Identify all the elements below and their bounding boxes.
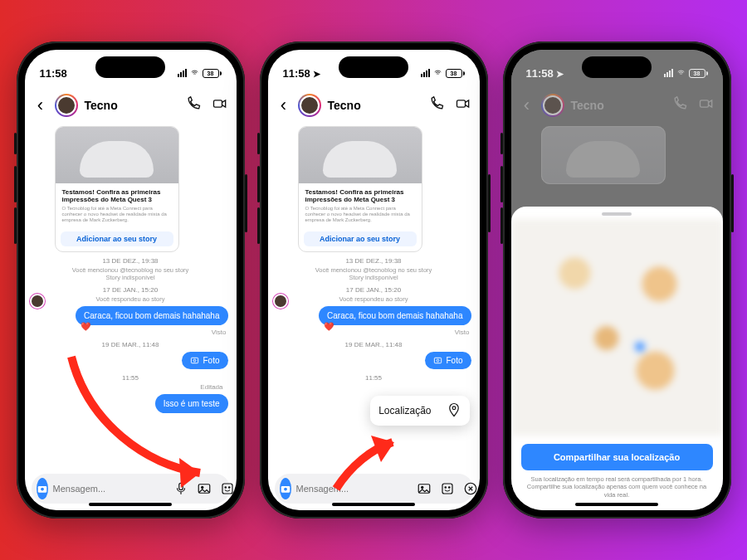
contact-name[interactable]: Tecno — [328, 99, 422, 112]
seen-indicator: Visto — [276, 329, 470, 336]
home-indicator[interactable] — [89, 503, 172, 506]
location-label: Localização — [378, 405, 431, 416]
share-location-button[interactable]: Compartilhar sua localização — [521, 444, 713, 470]
video-call-button[interactable] — [212, 95, 228, 116]
image-icon[interactable] — [196, 480, 212, 497]
battery-icon: 38 — [689, 69, 708, 78]
contact-name[interactable]: Tecno — [85, 99, 178, 112]
system-message: Você respondeu ao story — [276, 295, 471, 303]
video-call-button[interactable] — [455, 95, 471, 116]
svg-point-20 — [421, 486, 422, 488]
call-button — [671, 95, 688, 116]
timestamp: 19 DE MAR., 11:48 — [276, 341, 471, 348]
sticker-icon[interactable] — [439, 480, 456, 497]
call-button[interactable] — [185, 95, 202, 116]
dynamic-island — [95, 56, 165, 78]
story-subtext: O Tecnoblog foi até a Meta Connect para … — [305, 206, 415, 223]
wifi-icon — [189, 69, 200, 77]
image-icon[interactable] — [416, 480, 432, 497]
wifi-icon — [432, 69, 443, 77]
heart-reaction-icon[interactable]: ❤️ — [81, 322, 90, 331]
map-preview[interactable] — [511, 219, 723, 436]
system-message: Você mencionou @tecnoblog no seu story — [276, 266, 471, 274]
back-button[interactable]: ‹ — [33, 95, 48, 116]
timestamp: 17 DE JAN., 15:20 — [33, 286, 228, 294]
close-circle-icon[interactable] — [462, 480, 479, 497]
timestamp: 11:55 — [33, 374, 228, 382]
phone-mockup-3: 11:58 ➤ 38 ‹ Tecno Compartilh — [503, 41, 731, 519]
chat-header: ‹ Tecno — [268, 88, 480, 123]
avatar — [541, 94, 564, 117]
cellular-icon — [178, 69, 187, 77]
camera-button[interactable] — [37, 478, 48, 499]
system-message: Você mencionou @tecnoblog no seu story — [33, 266, 228, 274]
home-indicator[interactable] — [575, 503, 658, 506]
svg-point-18 — [284, 488, 287, 491]
back-button[interactable]: ‹ — [520, 95, 535, 116]
sent-message[interactable]: Caraca, ficou bom demais hahahaha — [76, 306, 227, 325]
avatar[interactable] — [298, 94, 321, 117]
story-subtext: O Tecnoblog foi até a Meta Connect para … — [62, 206, 172, 223]
dynamic-island — [339, 56, 408, 78]
message-composer — [32, 474, 230, 504]
location-services-icon: ➤ — [313, 69, 320, 79]
story-image — [299, 127, 422, 183]
camera-button[interactable] — [280, 478, 291, 499]
story-preview-card[interactable]: Testamos! Confira as primeiras impressõe… — [55, 126, 179, 252]
battery-icon: 38 — [446, 69, 465, 78]
svg-rect-1 — [192, 358, 198, 363]
svg-point-9 — [225, 487, 227, 489]
svg-rect-14 — [435, 358, 442, 363]
message-input[interactable] — [296, 484, 411, 494]
chat-body[interactable]: Testamos! Confira as primeiras impressõe… — [268, 123, 480, 467]
timestamp: 19 DE MAR., 11:48 — [33, 341, 228, 348]
location-option-popup[interactable]: Localização — [370, 396, 469, 426]
sent-message[interactable]: Isso é um teste — [155, 394, 228, 413]
status-time: 11:58 — [283, 67, 310, 80]
location-pin-icon — [447, 402, 461, 419]
svg-rect-5 — [178, 483, 183, 489]
svg-point-4 — [41, 488, 44, 491]
location-services-icon: ➤ — [556, 69, 564, 79]
svg-rect-13 — [456, 100, 465, 106]
svg-point-22 — [445, 487, 447, 489]
wifi-icon — [676, 69, 686, 77]
add-to-story-button[interactable]: Adicionar ao seu story — [304, 231, 417, 246]
sheet-grabber[interactable] — [602, 212, 632, 216]
sticker-icon[interactable] — [219, 480, 236, 497]
svg-point-10 — [228, 487, 230, 489]
chat-header: ‹ Tecno — [511, 88, 723, 123]
contact-name: Tecno — [571, 99, 665, 112]
edited-label: Editada — [33, 383, 223, 391]
timestamp: 13 DE DEZ., 19:38 — [276, 257, 471, 265]
share-location-sheet: Compartilhar sua localização Sua localiz… — [511, 207, 723, 510]
svg-rect-0 — [213, 100, 222, 106]
timestamp: 13 DE DEZ., 19:38 — [33, 257, 228, 265]
cellular-icon — [421, 69, 430, 77]
photo-message[interactable]: Foto — [182, 352, 227, 369]
photo-message[interactable]: Foto — [425, 352, 471, 369]
svg-point-15 — [437, 359, 440, 362]
svg-point-7 — [201, 486, 203, 488]
sent-message[interactable]: Caraca, ficou bom demais hahahaha — [319, 306, 471, 325]
timestamp: 17 DE JAN., 15:20 — [276, 286, 471, 294]
heart-reaction-icon[interactable]: ❤️ — [324, 322, 334, 331]
battery-icon: 38 — [203, 69, 222, 78]
back-button[interactable]: ‹ — [276, 95, 291, 116]
story-preview-card[interactable]: Testamos! Confira as primeiras impressõe… — [298, 126, 422, 252]
home-indicator[interactable] — [332, 503, 415, 506]
timestamp: 11:55 — [276, 374, 471, 382]
dynamic-island — [582, 56, 652, 78]
chat-body[interactable]: Testamos! Confira as primeiras impressõe… — [25, 123, 237, 467]
svg-point-16 — [452, 407, 456, 410]
call-button[interactable] — [428, 95, 445, 116]
message-input[interactable] — [53, 484, 168, 494]
avatar[interactable] — [55, 94, 78, 117]
mic-icon[interactable] — [173, 480, 189, 497]
system-message: Story indisponível — [33, 274, 228, 281]
svg-rect-21 — [442, 484, 452, 494]
system-message: Story indisponível — [276, 274, 471, 281]
add-to-story-button[interactable]: Adicionar ao seu story — [61, 231, 173, 246]
phone-mockup-1: 11:58 38 ‹ Tecno Testamos! Confira as pr… — [17, 41, 245, 519]
cellular-icon — [664, 69, 673, 77]
